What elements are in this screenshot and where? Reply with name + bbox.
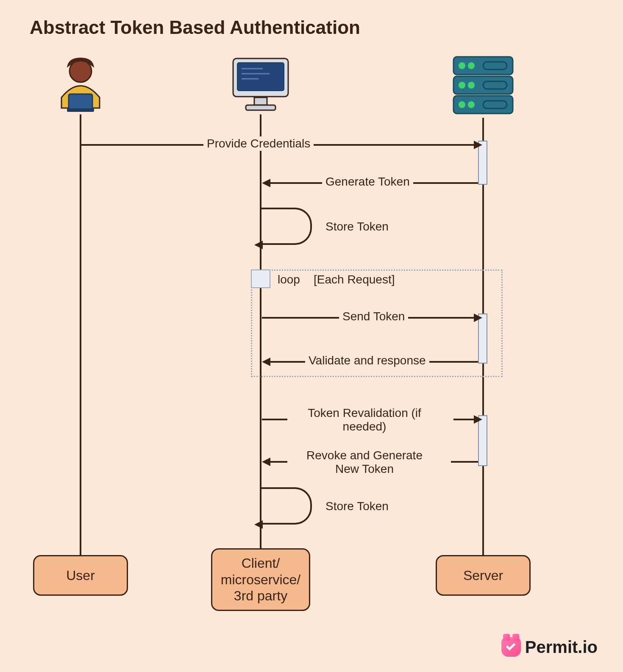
label-provide-credentials: Provide Credentials <box>203 136 314 151</box>
server-icon <box>449 54 517 118</box>
monitor-icon <box>229 55 292 114</box>
actor-server: Server <box>436 555 531 596</box>
svg-point-17 <box>459 101 465 108</box>
diagram-title: Abstract Token Based Authentication <box>30 17 360 38</box>
label-revalidation: Token Revalidation (if needed) <box>297 406 432 434</box>
arrow-revoke-l <box>270 461 287 463</box>
self-arrow-store-token-2 <box>261 487 312 525</box>
label-send-token: Send Token <box>339 309 408 324</box>
self-arrow-store-token-1 <box>261 208 312 245</box>
svg-rect-1 <box>69 94 92 110</box>
brand-permit-io: Permit.io <box>501 637 598 657</box>
arrowhead-icon <box>474 141 482 149</box>
label-store-token-2: Store Token <box>322 499 392 514</box>
label-generate-token: Generate Token <box>322 175 413 189</box>
loop-condition: [Each Request] <box>314 273 395 286</box>
arrowhead-icon <box>254 241 263 249</box>
svg-point-15 <box>459 82 465 89</box>
arrowhead-icon <box>474 415 482 424</box>
svg-point-16 <box>468 82 475 89</box>
actor-client-label: Client/ microservice/ 3rd party <box>221 555 300 604</box>
arrowhead-icon <box>262 358 270 366</box>
arrowhead-icon <box>254 520 263 529</box>
svg-rect-2 <box>67 108 94 112</box>
svg-rect-8 <box>254 97 267 105</box>
sequence-diagram: Abstract Token Based Authentication <box>0 0 623 672</box>
arrowhead-icon <box>474 314 482 322</box>
svg-rect-9 <box>246 105 275 110</box>
arrow-revalidation-l <box>262 419 287 420</box>
label-revoke: Revoke and Generate New Token <box>297 448 432 476</box>
permit-logo-icon <box>501 637 521 657</box>
actor-user: User <box>33 555 128 596</box>
label-store-token-1: Store Token <box>322 219 392 234</box>
lifeline-user <box>80 114 81 555</box>
arrow-revalidation-r <box>453 419 476 420</box>
svg-point-18 <box>468 101 475 108</box>
loop-keyword: loop <box>278 273 300 286</box>
svg-point-14 <box>468 62 475 69</box>
brand-label: Permit.io <box>525 638 598 657</box>
arrowhead-icon <box>262 458 270 466</box>
loop-tag <box>251 269 270 288</box>
svg-point-13 <box>459 62 465 69</box>
arrowhead-icon <box>262 179 270 187</box>
svg-rect-4 <box>237 63 284 91</box>
arrow-revoke-r <box>451 461 478 463</box>
user-icon <box>51 55 110 114</box>
label-validate: Validate and response <box>305 353 429 368</box>
actor-client: Client/ microservice/ 3rd party <box>211 548 310 611</box>
actor-user-label: User <box>66 567 95 583</box>
actor-server-label: Server <box>463 567 503 583</box>
